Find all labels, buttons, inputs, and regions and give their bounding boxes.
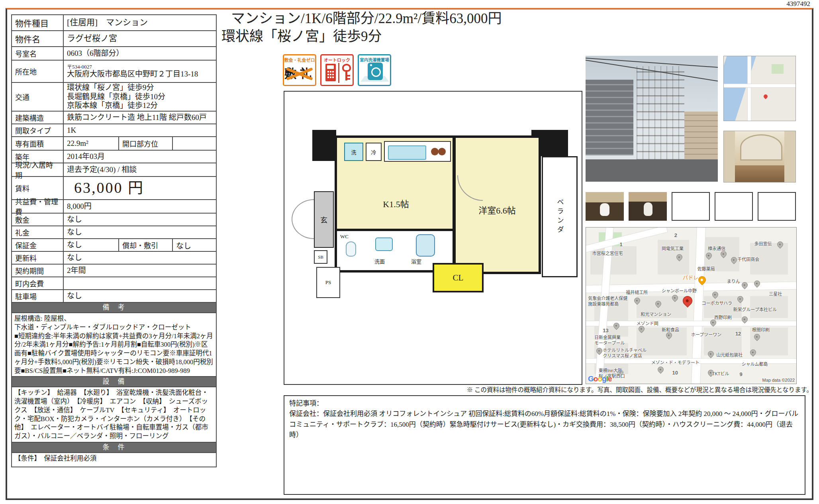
property-table: 物件種目[住居用] マンション物件名ラグゼ桜ノ宮号室名0603（6階部分）所在地… bbox=[11, 14, 217, 467]
equipment-text: 【キッチン】 給湯器 【水廻り】 浴室乾燥機・洗髪洗面化粧台・洗濯機置場（室内）… bbox=[12, 387, 216, 443]
entrance: 玄 bbox=[314, 191, 334, 248]
table-row: 間取タイプ1K bbox=[12, 124, 216, 137]
row-value: 8,000円 bbox=[64, 200, 216, 213]
table-row: 敷金なし bbox=[12, 214, 216, 226]
map-place-label: 2 bbox=[674, 232, 677, 239]
autolock-icon bbox=[321, 63, 353, 83]
row-label: 保証金 bbox=[12, 239, 64, 251]
map-place-label: 三星社 bbox=[769, 292, 782, 297]
shoe-box: SB bbox=[314, 250, 327, 264]
washer-space: 洗 bbox=[344, 143, 363, 161]
table-row: 共益費・管理費8,000円 bbox=[12, 200, 216, 214]
remarks-text: 屋根構造: 陸屋根、 下水道・ディンプルキー・ダブルロックドア・クローゼット ■… bbox=[12, 313, 216, 377]
map-place-label: 千代田商会 bbox=[737, 257, 759, 263]
no-deposit-badge: 敷金・礼金ゼロ 敷礼 bbox=[283, 54, 316, 86]
row-label: 礼金 bbox=[12, 226, 64, 238]
map-place-label: 福井縫工所 bbox=[626, 290, 648, 296]
row-value: 〒534-0027大阪府大阪市都島区中野町２丁目13-18 bbox=[64, 61, 216, 82]
bathtub-icon bbox=[416, 234, 435, 257]
feature-badges: 敷金・礼金ゼロ 敷礼 オートロック 室内洗濯機置場 bbox=[283, 54, 391, 86]
special-notes-text: 保証会社：保証会社利用必須 オリコフォレントインシュア 初回保証料:総賃料の60… bbox=[289, 410, 798, 439]
table-row: 現況/入居時期退去予定(4/30) / 相談 bbox=[12, 163, 216, 177]
map-place-label: ホープツーワン bbox=[691, 332, 721, 338]
row-label: 所在地 bbox=[12, 61, 64, 82]
building-photo bbox=[586, 56, 718, 182]
map-place-label: 佐藤薬局 bbox=[698, 267, 715, 272]
row-value: なし bbox=[64, 226, 216, 238]
pillar bbox=[312, 130, 336, 161]
disclaimer-text: ※ この資料は物件の概略紹介資料になります。写真、間取図面、設備、概要などが現況… bbox=[279, 385, 813, 394]
entrance-photo bbox=[723, 131, 796, 182]
row-label: 物件名 bbox=[12, 31, 64, 46]
toilet-icon bbox=[346, 241, 356, 257]
row-value-2 bbox=[173, 137, 216, 150]
table-row: 所在地〒534-0027大阪府大阪市都島区中野町２丁目13-18 bbox=[12, 61, 216, 83]
table-row: 号室名0603（6階部分） bbox=[12, 47, 216, 61]
table-row: 駐車場なし bbox=[12, 290, 216, 303]
kitchen-counter bbox=[384, 141, 451, 162]
map-place-label: 13 bbox=[603, 328, 608, 334]
map-copyright: Map data ©2022 bbox=[762, 378, 795, 382]
conditions-text: 【条件】 保証会社利用必須 bbox=[12, 453, 216, 467]
map-place-label: 樟永通信 bbox=[708, 246, 725, 252]
indoor-laundry-badge: 室内洗濯機置場 bbox=[358, 54, 391, 86]
pipe-space: PS bbox=[316, 267, 340, 298]
row-value: なし bbox=[64, 239, 118, 251]
map-place-label: 9 bbox=[739, 371, 742, 378]
map-place-label: 市営桜之宮住宅 bbox=[592, 251, 623, 257]
table-row: 物件名ラグゼ桜ノ宮 bbox=[12, 31, 216, 47]
map-place-label: 和光マンション bbox=[641, 312, 671, 318]
closet: CL bbox=[433, 263, 484, 292]
badge-label: 室内洗濯機置場 bbox=[359, 57, 390, 63]
interior-thumb bbox=[586, 192, 624, 221]
row-label: 町内会費 bbox=[12, 277, 64, 289]
row-value: 鉄筋コンクリート造 地上11階 総戸数60戸 bbox=[64, 112, 216, 124]
row-value: 環状線「桜ノ宮」徒歩9分 長堀鶴見線「京橋」徒歩10分 京阪本線「京橋」徒歩12… bbox=[64, 83, 216, 111]
row-label: 間取タイプ bbox=[12, 124, 64, 136]
empty-thumb bbox=[715, 192, 753, 221]
row-label: 敷金 bbox=[12, 214, 64, 226]
row-value: 63,000 円 bbox=[64, 177, 216, 199]
map-place-label: 日新金属興業 モータープール bbox=[594, 335, 625, 346]
map-place-label: 新和食品 bbox=[662, 328, 679, 333]
map-place-label: 多田宣伝 bbox=[754, 241, 772, 247]
row-label: 号室名 bbox=[12, 47, 64, 60]
map-place-label: ホテルリトルチャペル クリスマス桜ノ宮店 bbox=[603, 348, 647, 359]
conditions-header: 条 件 bbox=[12, 443, 216, 453]
interior-thumb bbox=[629, 192, 667, 221]
property-table-rows: 物件種目[住居用] マンション物件名ラグゼ桜ノ宮号室名0603（6階部分）所在地… bbox=[12, 15, 216, 303]
row-label: 契約期間 bbox=[12, 265, 64, 277]
map-place-label: 西野印刷 bbox=[714, 315, 732, 321]
google-logo: Google bbox=[588, 375, 611, 383]
title-line1: マンション/1K/6階部分/22.9m²/賃料63,000円 bbox=[221, 10, 532, 27]
remarks-header: 備 考 bbox=[12, 303, 216, 313]
sink-icon bbox=[375, 237, 393, 251]
row-label: 建築構造 bbox=[12, 112, 64, 124]
map-place-label: メゾン・ド・モデラート bbox=[651, 360, 699, 366]
map-place-label: 12 bbox=[735, 331, 741, 337]
table-row: 物件種目[住居用] マンション bbox=[12, 15, 216, 31]
row-label: 交通 bbox=[12, 83, 64, 111]
veranda: ベランダ bbox=[542, 156, 578, 277]
title-line2: 環状線「桜ノ宮」徒歩9分 bbox=[221, 27, 532, 45]
row-label: 現況/入居時期 bbox=[12, 163, 64, 176]
row-value-2: なし bbox=[173, 239, 216, 251]
table-row: 町内会費 bbox=[12, 277, 216, 290]
row-value: なし bbox=[64, 290, 216, 302]
row-value: 0603（6階部分） bbox=[64, 47, 216, 60]
empty-thumb bbox=[672, 192, 710, 221]
no-deposit-icon: 敷礼 bbox=[284, 64, 315, 83]
row-label: 共益費・管理費 bbox=[12, 200, 64, 213]
map-pin bbox=[656, 365, 664, 374]
washing-machine-icon bbox=[359, 63, 390, 82]
mini-map-photo bbox=[723, 56, 796, 121]
map-place-label: TKTビル bbox=[712, 371, 729, 377]
special-notes-box: 特記事項： 保証会社：保証会社利用必須 オリコフォレントインシュア 初回保証料:… bbox=[284, 395, 805, 495]
row-label-2: 償却・敷引 bbox=[118, 239, 173, 251]
veranda-label: ベランダ bbox=[555, 198, 565, 235]
row-value: ラグゼ桜ノ宮 bbox=[64, 31, 216, 46]
table-row: 契約期間2年間 bbox=[12, 265, 216, 277]
row-value: [住居用] マンション bbox=[64, 15, 216, 30]
area-map: 市営桜之宮住宅12岡電気工業樟永通信多田宣伝千代田商会佐藤薬局パドレまりん三星社… bbox=[586, 227, 797, 384]
table-row: 礼金なし bbox=[12, 226, 216, 239]
